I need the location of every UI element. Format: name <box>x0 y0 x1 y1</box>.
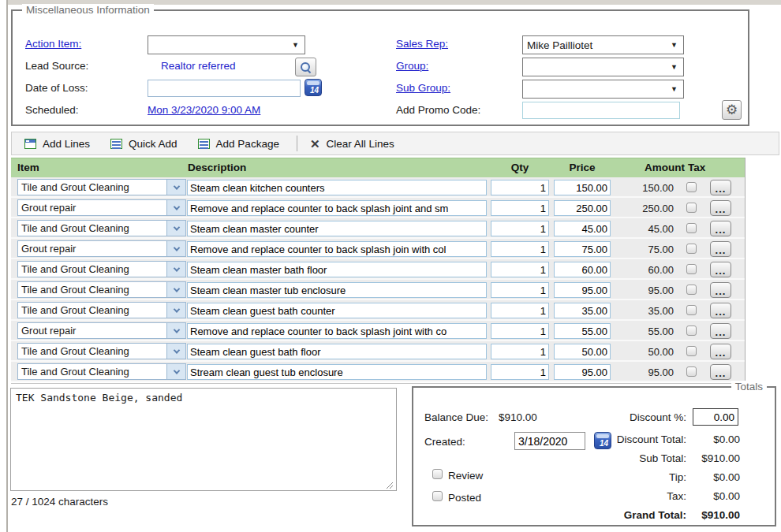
item-select-dropdown-button[interactable] <box>167 363 186 380</box>
item-select-dropdown-button[interactable] <box>167 240 186 257</box>
lead-source-value[interactable]: Realtor referred <box>161 60 236 72</box>
description-input[interactable] <box>187 303 487 318</box>
description-input[interactable] <box>187 282 487 298</box>
item-select-dropdown-button[interactable] <box>167 179 186 195</box>
table-row: Tile and Grout Cleaning 95.00 ... <box>11 362 745 382</box>
item-select-dropdown-button[interactable] <box>167 322 186 339</box>
date-of-loss-input[interactable] <box>148 80 301 97</box>
row-options-button[interactable]: ... <box>710 241 731 257</box>
table-bottom-border <box>11 383 746 384</box>
tax-checkbox[interactable] <box>686 182 697 192</box>
price-input[interactable] <box>554 282 611 298</box>
item-select-dropdown-button[interactable] <box>167 343 186 359</box>
item-select-dropdown-button[interactable] <box>167 220 186 236</box>
description-input[interactable] <box>187 364 487 380</box>
posted-checkbox[interactable] <box>432 491 443 501</box>
item-select-dropdown-button[interactable] <box>167 261 186 277</box>
description-input[interactable] <box>187 241 487 257</box>
description-input[interactable] <box>187 221 487 236</box>
row-options-button[interactable]: ... <box>710 180 731 195</box>
description-input[interactable] <box>187 200 487 216</box>
clear-all-lines-button[interactable]: ✕ Clear All Lines <box>305 136 399 151</box>
add-lines-button[interactable]: Add Lines <box>20 136 95 151</box>
qty-input[interactable] <box>491 282 549 298</box>
row-options-button[interactable]: ... <box>710 364 731 380</box>
tax-checkbox[interactable] <box>686 346 697 356</box>
price-input[interactable] <box>554 180 611 195</box>
price-input[interactable] <box>554 241 611 257</box>
scheduled-link[interactable]: Mon 3/23/2020 9:00 AM <box>148 104 260 116</box>
discount-pct-input[interactable] <box>693 408 738 426</box>
price-input[interactable] <box>554 323 611 339</box>
action-item-select[interactable]: ▼ <box>148 35 305 54</box>
row-options-button[interactable]: ... <box>710 323 731 339</box>
promo-apply-button[interactable]: ⚙ <box>722 100 742 120</box>
qty-input[interactable] <box>491 200 549 216</box>
row-options-button[interactable]: ... <box>710 303 731 318</box>
action-item-link[interactable]: Action Item: <box>25 38 81 50</box>
item-select[interactable]: Tile and Grout Cleaning <box>17 179 186 195</box>
item-select[interactable]: Tile and Grout Cleaning <box>17 302 186 318</box>
item-select[interactable]: Tile and Grout Cleaning <box>17 363 186 380</box>
item-select[interactable]: Grout repair <box>17 322 186 339</box>
qty-input[interactable] <box>491 221 549 236</box>
tax-checkbox[interactable] <box>686 305 697 315</box>
table-row: Grout repair 55.00 ... <box>11 321 745 341</box>
scheduled-label: Scheduled: <box>25 104 79 116</box>
qty-input[interactable] <box>491 303 549 318</box>
row-options-button[interactable]: ... <box>710 344 731 359</box>
price-input[interactable] <box>554 344 611 359</box>
qty-input[interactable] <box>491 364 549 380</box>
tax-checkbox[interactable] <box>686 366 697 377</box>
promo-code-input[interactable] <box>522 102 680 119</box>
calendar-icon[interactable] <box>305 79 322 96</box>
add-package-button[interactable]: Add Package <box>193 136 284 151</box>
sales-rep-select[interactable]: Mike Pailliotet ▼ <box>522 35 684 54</box>
description-input[interactable] <box>187 344 487 359</box>
price-input[interactable] <box>554 303 611 318</box>
row-options-button[interactable]: ... <box>710 282 731 298</box>
qty-input[interactable] <box>491 323 549 339</box>
price-input[interactable] <box>554 364 611 380</box>
description-input[interactable] <box>187 262 487 277</box>
price-input[interactable] <box>554 262 611 277</box>
tax-checkbox[interactable] <box>686 244 697 254</box>
tax-checkbox[interactable] <box>686 203 697 213</box>
chevron-down-icon <box>173 347 179 353</box>
tax-checkbox[interactable] <box>686 326 697 336</box>
group-select[interactable]: ▼ <box>522 58 684 76</box>
qty-input[interactable] <box>491 180 549 195</box>
review-checkbox[interactable] <box>432 469 443 479</box>
grand-total-label: Grand Total: <box>571 509 686 521</box>
sub-group-link[interactable]: Sub Group: <box>396 82 450 94</box>
lead-source-search-button[interactable] <box>295 58 316 76</box>
item-select[interactable]: Grout repair <box>17 240 186 257</box>
item-select-dropdown-button[interactable] <box>167 281 186 298</box>
description-input[interactable] <box>187 323 487 339</box>
item-select[interactable]: Tile and Grout Cleaning <box>17 343 186 359</box>
sub-group-select[interactable]: ▼ <box>522 80 684 99</box>
item-select[interactable]: Grout repair <box>17 199 186 216</box>
description-input[interactable] <box>187 180 487 195</box>
quick-add-button[interactable]: Quick Add <box>106 136 182 151</box>
tax-checkbox[interactable] <box>686 285 697 295</box>
row-options-button[interactable]: ... <box>710 221 731 236</box>
qty-input[interactable] <box>491 262 549 277</box>
group-link[interactable]: Group: <box>396 60 428 72</box>
item-select[interactable]: Tile and Grout Cleaning <box>17 220 186 236</box>
tax-checkbox[interactable] <box>686 264 697 274</box>
item-select[interactable]: Tile and Grout Cleaning <box>17 261 186 277</box>
sales-rep-link[interactable]: Sales Rep: <box>396 38 448 50</box>
resize-grip-icon[interactable] <box>386 480 394 492</box>
item-select-dropdown-button[interactable] <box>167 302 186 318</box>
qty-input[interactable] <box>491 344 549 359</box>
item-select-dropdown-button[interactable] <box>167 199 186 216</box>
notes-textarea[interactable]: TEK Sandstone Beige, sanded <box>10 388 397 491</box>
row-options-button[interactable]: ... <box>710 200 731 216</box>
qty-input[interactable] <box>491 241 549 257</box>
item-select[interactable]: Tile and Grout Cleaning <box>17 281 186 298</box>
price-input[interactable] <box>554 200 611 216</box>
price-input[interactable] <box>554 221 611 236</box>
tax-checkbox[interactable] <box>686 223 697 233</box>
row-options-button[interactable]: ... <box>710 262 731 277</box>
